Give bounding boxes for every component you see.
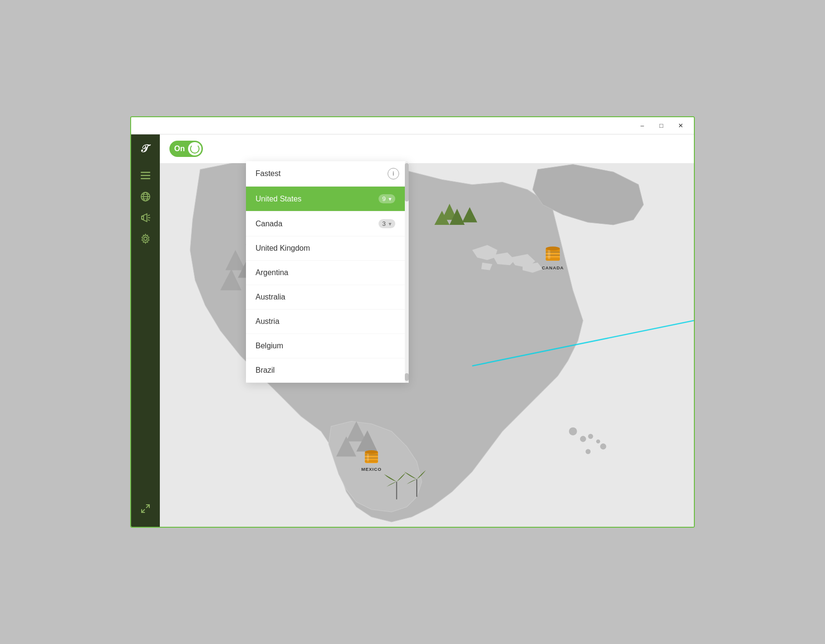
svg-point-47: [546, 246, 559, 250]
country-item-belgium[interactable]: Belgium: [246, 334, 409, 358]
country-name-austria: Austria: [256, 317, 279, 326]
svg-rect-56: [367, 454, 369, 462]
svg-rect-48: [548, 250, 550, 259]
country-item-united-kingdom[interactable]: United Kingdom: [246, 236, 409, 261]
app-logo[interactable]: 𝒯: [136, 139, 155, 158]
country-badge-united-states: 9 ▾: [379, 194, 395, 203]
server-count-canada: 3: [382, 220, 386, 227]
scrollbar-track[interactable]: [405, 161, 409, 383]
svg-rect-2: [141, 175, 150, 177]
svg-line-10: [148, 215, 150, 216]
country-name-united-states: United States: [256, 195, 301, 203]
country-item-canada[interactable]: Canada 3 ▾: [246, 211, 409, 236]
vpn-header: On: [160, 134, 694, 163]
country-name-australia: Australia: [256, 293, 285, 301]
main-content: CANADA MEXICO: [160, 134, 694, 527]
sidebar-item-settings[interactable]: [137, 230, 154, 247]
country-item-argentina[interactable]: Argentina: [246, 261, 409, 285]
vpn-toggle[interactable]: On: [169, 141, 203, 157]
country-item-brazil[interactable]: Brazil: [246, 358, 409, 383]
sidebar-icons: [137, 188, 154, 500]
app-body: 𝒯: [131, 134, 694, 527]
map-area: CANADA MEXICO: [160, 134, 694, 527]
svg-rect-54: [365, 457, 378, 458]
svg-text:CANADA: CANADA: [542, 265, 564, 270]
country-list: United States 9 ▾ Canada 3 ▾: [246, 187, 409, 383]
sidebar-item-notifications[interactable]: [137, 209, 154, 226]
fastest-label: Fastest: [256, 169, 280, 178]
svg-point-13: [144, 237, 147, 241]
toggle-knob: [188, 142, 201, 155]
country-name-canada: Canada: [256, 220, 282, 228]
svg-point-20: [596, 439, 600, 443]
app-window: – □ ✕ 𝒯: [130, 116, 695, 528]
country-dropdown: Fastest i United States 9 ▾: [246, 161, 409, 383]
close-button[interactable]: ✕: [671, 119, 690, 133]
sidebar: 𝒯: [131, 134, 160, 527]
title-bar: – □ ✕: [131, 117, 694, 134]
chevron-canada: ▾: [389, 221, 391, 227]
svg-text:𝒯: 𝒯: [141, 143, 151, 155]
minimize-button[interactable]: –: [633, 119, 652, 133]
svg-rect-3: [141, 178, 150, 179]
sidebar-bottom: [137, 500, 154, 522]
svg-line-12: [148, 220, 150, 221]
country-name-belgium: Belgium: [256, 342, 283, 350]
fastest-header: Fastest i: [246, 161, 409, 187]
svg-point-19: [588, 434, 593, 439]
svg-point-21: [600, 444, 606, 450]
svg-rect-9: [142, 216, 144, 219]
svg-text:MEXICO: MEXICO: [361, 466, 381, 472]
svg-point-18: [580, 436, 586, 442]
country-name-argentina: Argentina: [256, 268, 289, 277]
scrollbar-thumb-bottom[interactable]: [405, 373, 409, 381]
svg-rect-53: [365, 455, 378, 455]
country-badge-canada: 3 ▾: [379, 219, 395, 228]
server-count-united-states: 9: [382, 195, 386, 202]
svg-point-17: [569, 427, 577, 435]
country-item-austria[interactable]: Austria: [246, 310, 409, 334]
svg-rect-52: [365, 460, 378, 463]
country-name-united-kingdom: United Kingdom: [256, 244, 310, 253]
country-name-brazil: Brazil: [256, 366, 275, 375]
svg-point-55: [365, 450, 378, 454]
svg-point-22: [586, 449, 591, 454]
info-button[interactable]: i: [388, 168, 399, 179]
scrollbar-thumb[interactable]: [405, 163, 409, 201]
country-item-australia[interactable]: Australia: [246, 285, 409, 310]
chevron-united-states: ▾: [389, 196, 391, 202]
country-item-united-states[interactable]: United States 9 ▾: [246, 187, 409, 211]
sidebar-expand-button[interactable]: [137, 500, 154, 517]
svg-rect-1: [141, 172, 150, 173]
toggle-label: On: [174, 144, 185, 153]
sidebar-menu-button[interactable]: [137, 167, 154, 184]
maximize-button[interactable]: □: [652, 119, 671, 133]
sidebar-item-globe[interactable]: [137, 188, 154, 205]
